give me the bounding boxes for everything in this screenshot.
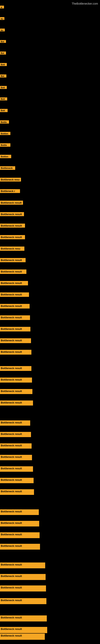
bottleneck-result-item: Bottleneck result <box>0 304 30 308</box>
bottleneck-result-item: Bottle <box>0 120 9 124</box>
bottleneck-result-item: Bottleneck result <box>0 627 47 633</box>
bottleneck-result-item: Bottleneck result <box>0 338 31 343</box>
bottleneck-result-item: Bott <box>0 63 7 66</box>
bottleneck-result-item: Bottleneck result <box>0 478 34 483</box>
bottleneck-result-item: Bottleneck result <box>0 562 45 568</box>
bottleneck-result-item: B <box>0 6 4 8</box>
bottleneck-result-item: Bot <box>0 74 6 78</box>
bottleneck-result-item: Bo <box>0 28 5 32</box>
bottleneck-result-item: Bo <box>0 17 4 20</box>
bottleneck-result-item: Bot <box>0 40 6 43</box>
bottleneck-result-item: Bottleneck result <box>0 378 32 382</box>
site-title: TheBottlenecker.com <box>72 0 98 6</box>
bottleneck-result-item: Bottleneck result <box>0 315 30 320</box>
bottleneck-result-item: Bottleneck result <box>0 201 23 205</box>
bottleneck-result-item: Bottleneck result <box>0 443 32 448</box>
bottleneck-result-item: Bottleneck result <box>0 455 32 460</box>
bottleneck-result-item: Bott <box>0 98 7 100</box>
bottleneck-result-item: Bottleneck result <box>0 616 47 622</box>
bottleneck-result-item: Bottleneck result <box>0 327 30 332</box>
bottleneck-result-item: Bottleneck result <box>0 489 34 495</box>
bottleneck-result-item: Bottleneck result <box>0 212 24 216</box>
bottleneck-result-item: Bottleneck result <box>0 432 31 437</box>
bottleneck-result-item: Bott <box>0 86 7 89</box>
bottleneck-result-item: Bot <box>0 52 6 54</box>
bottleneck-result-item: Bottleneck result <box>0 400 33 406</box>
bottleneck-result-item: Bottleneck <box>0 166 15 170</box>
bottleneck-result-item: Bottleneck result <box>0 235 25 239</box>
bottleneck-result-item: Bottleneck result <box>0 544 40 550</box>
bottleneck-result-item: Bottleneck result <box>0 258 26 262</box>
bottleneck-result-item: Bottleneck result <box>0 389 32 394</box>
bottleneck-result-item: Bottleneck result <box>0 366 31 371</box>
bottleneck-result-item: Bottleneck result <box>0 574 46 580</box>
bottleneck-result-item: Bottleneck resu <box>0 246 24 251</box>
bottleneck-result-item: Bottleneck result <box>0 598 47 604</box>
bottleneck-result-item: Bottleneck result <box>0 521 39 526</box>
bottleneck-result-item: Bottleneck result <box>0 281 28 285</box>
bottleneck-result-item: Bottle <box>0 143 10 147</box>
bottleneck-result-item: Bottleneck result <box>0 420 30 426</box>
bottleneck-result-item: Bott <box>0 109 8 112</box>
bottleneck-result-item: Bottleneck result <box>0 466 33 472</box>
bottleneck-result-item: Bottleneck result <box>0 350 31 354</box>
bottleneck-result-item: Bottleneck result <box>0 509 39 515</box>
bottleneck-result-item: Bottleneck result <box>0 224 25 228</box>
bottleneck-result-item: Bottlen <box>0 132 10 135</box>
bottleneck-result-item: Bottlen <box>0 155 11 158</box>
bottleneck-result-item: Bottleneck resu <box>0 178 21 182</box>
bottleneck-result-item: Bottleneck result <box>0 532 40 538</box>
bottleneck-result-item: Bottleneck r <box>0 189 20 193</box>
bottleneck-result-item: Bottleneck result <box>0 292 29 297</box>
bottleneck-result-item: Bottleneck result <box>0 586 46 592</box>
bottleneck-result-item: Bottleneck result <box>0 270 26 274</box>
bottleneck-result-item: Bottleneck result <box>0 634 45 640</box>
